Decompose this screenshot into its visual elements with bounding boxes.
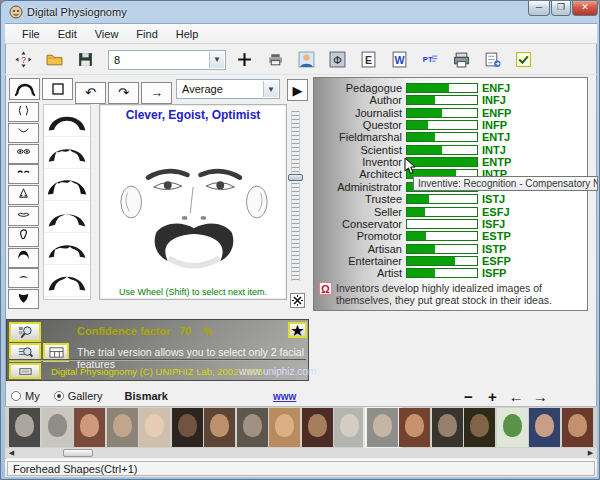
shape-item-7[interactable] xyxy=(44,297,90,300)
personality-row[interactable]: EntertainerESFP xyxy=(314,255,587,267)
gallery-photo[interactable] xyxy=(139,408,170,447)
category-mustache-button[interactable] xyxy=(8,268,39,288)
report-icon[interactable]: E xyxy=(355,49,381,71)
close-button[interactable]: ✕ xyxy=(572,1,598,16)
play-button[interactable]: ▶ xyxy=(287,79,308,101)
scroll-right-icon[interactable]: ▶ xyxy=(585,448,596,457)
gallery-photo[interactable] xyxy=(497,408,528,447)
gallery-photo[interactable] xyxy=(464,408,495,447)
gallery-photo[interactable] xyxy=(42,408,73,447)
personality-row[interactable]: TrusteeISTJ xyxy=(314,193,587,205)
menu-item-help[interactable]: Help xyxy=(167,26,208,42)
expand-icon[interactable] xyxy=(290,293,305,308)
my-radio-label[interactable]: My xyxy=(25,390,40,402)
options-icon[interactable] xyxy=(510,49,536,71)
prev-photo-button[interactable]: ← xyxy=(504,388,528,405)
gallery-photo[interactable] xyxy=(367,408,398,447)
menu-item-edit[interactable]: Edit xyxy=(49,26,86,42)
add-photo-button[interactable]: + xyxy=(480,388,504,405)
category-ear-button[interactable] xyxy=(8,227,39,247)
shape-item-5[interactable] xyxy=(44,233,90,265)
category-face-outline-button[interactable] xyxy=(8,102,39,122)
shape-item-2[interactable] xyxy=(44,137,90,169)
personality-row[interactable]: SellerESFJ xyxy=(314,206,587,218)
shape-item-6[interactable] xyxy=(44,265,90,297)
gallery-photo[interactable] xyxy=(172,408,203,447)
shape-item-4[interactable] xyxy=(44,201,90,233)
gallery-radio-label[interactable]: Gallery xyxy=(68,390,103,402)
star-button[interactable]: ★ xyxy=(288,322,307,338)
undo-icon[interactable]: ↶ xyxy=(75,82,106,104)
export-icon[interactable] xyxy=(479,49,505,71)
pointer-tool-icon[interactable]: ? xyxy=(10,49,36,71)
zoom-slider[interactable] xyxy=(291,111,300,281)
gallery-photo[interactable] xyxy=(237,408,268,447)
category-nose-button[interactable] xyxy=(8,185,39,205)
gallery-photo[interactable] xyxy=(432,408,463,447)
redo-icon[interactable]: ↷ xyxy=(108,82,139,104)
my-radio[interactable] xyxy=(11,391,21,401)
shape-item-1[interactable] xyxy=(44,105,90,137)
face-panel[interactable]: Clever, Egoist, Optimist Use Wheel (Shif… xyxy=(99,104,287,300)
scroll-left-icon[interactable]: ◀ xyxy=(6,448,17,457)
gallery-photo[interactable] xyxy=(9,408,40,447)
size-combobox[interactable]: 8▼ xyxy=(108,50,226,70)
zoom-slider-thumb[interactable] xyxy=(288,174,303,181)
gallery-photo[interactable] xyxy=(74,408,105,447)
gallery-photo[interactable] xyxy=(302,408,333,447)
category-chin-button[interactable] xyxy=(8,123,39,143)
scrollbar-thumb[interactable] xyxy=(63,449,93,457)
shape-item-3[interactable] xyxy=(44,169,90,201)
print-compact-icon[interactable] xyxy=(262,49,288,71)
personality-row[interactable]: PromotorESTP xyxy=(314,230,587,242)
zoom-faces-button[interactable] xyxy=(9,322,41,342)
category-eyes-button[interactable] xyxy=(8,144,39,164)
panel-button[interactable] xyxy=(9,363,41,379)
word-export-icon[interactable]: W xyxy=(386,49,412,71)
chevron-down-icon[interactable]: ▼ xyxy=(209,52,224,68)
website-link[interactable]: www.uniphiz.com xyxy=(239,366,316,377)
personality-row[interactable]: QuestorINFP xyxy=(314,119,587,131)
style-combobox[interactable]: Average ▼ xyxy=(176,79,280,99)
photo-scrollbar[interactable]: ◀ ▶ xyxy=(5,448,597,458)
category-lips-button[interactable] xyxy=(8,206,39,226)
gallery-photo[interactable] xyxy=(562,408,593,447)
gallery-photo[interactable] xyxy=(269,408,300,447)
save-icon[interactable] xyxy=(72,49,98,71)
personality-row[interactable]: ScientistINTJ xyxy=(314,144,587,156)
portrait-icon[interactable] xyxy=(293,49,319,71)
forehead-arc-icon[interactable] xyxy=(9,78,40,100)
frame-icon[interactable] xyxy=(42,78,73,100)
personality-row[interactable]: ArtistISFP xyxy=(314,267,587,279)
www-link[interactable]: www xyxy=(273,391,296,402)
next-icon[interactable]: → xyxy=(141,82,172,104)
open-folder-icon[interactable] xyxy=(41,49,67,71)
gallery-photo[interactable] xyxy=(204,408,235,447)
personality-row[interactable]: JournalistENFP xyxy=(314,107,587,119)
remove-photo-button[interactable]: − xyxy=(456,388,480,405)
gallery-photo[interactable] xyxy=(399,408,430,447)
menu-item-file[interactable]: File xyxy=(13,26,49,42)
category-eyebrows-button[interactable] xyxy=(8,164,39,184)
personality-row[interactable]: ArtisanISTP xyxy=(314,243,587,255)
minimize-button[interactable]: ─ xyxy=(528,1,550,16)
menu-item-find[interactable]: Find xyxy=(127,26,166,42)
personality-row[interactable]: InventorENTP xyxy=(314,156,587,168)
personality-row[interactable]: FieldmarshalENTJ xyxy=(314,131,587,143)
gallery-photo[interactable] xyxy=(529,408,560,447)
menu-item-view[interactable]: View xyxy=(86,26,128,42)
ptypes-icon[interactable]: PT xyxy=(417,49,443,71)
add-icon[interactable] xyxy=(231,49,257,71)
gallery-photo[interactable] xyxy=(107,408,138,447)
personality-row[interactable]: ConservatorISFJ xyxy=(314,218,587,230)
category-beard-button[interactable] xyxy=(8,289,39,309)
category-hair-button[interactable] xyxy=(8,248,39,268)
gallery-radio[interactable] xyxy=(54,391,64,401)
forehead-shape-list[interactable] xyxy=(43,104,91,300)
title-bar[interactable]: Digital Physiognomy ─ ❐ ✕ xyxy=(1,1,600,23)
gallery-photo[interactable] xyxy=(334,408,365,447)
maximize-button[interactable]: ❐ xyxy=(551,1,571,16)
photorobot-icon[interactable]: Ф xyxy=(324,49,350,71)
print-icon[interactable] xyxy=(448,49,474,71)
chevron-down-icon[interactable]: ▼ xyxy=(263,81,278,97)
